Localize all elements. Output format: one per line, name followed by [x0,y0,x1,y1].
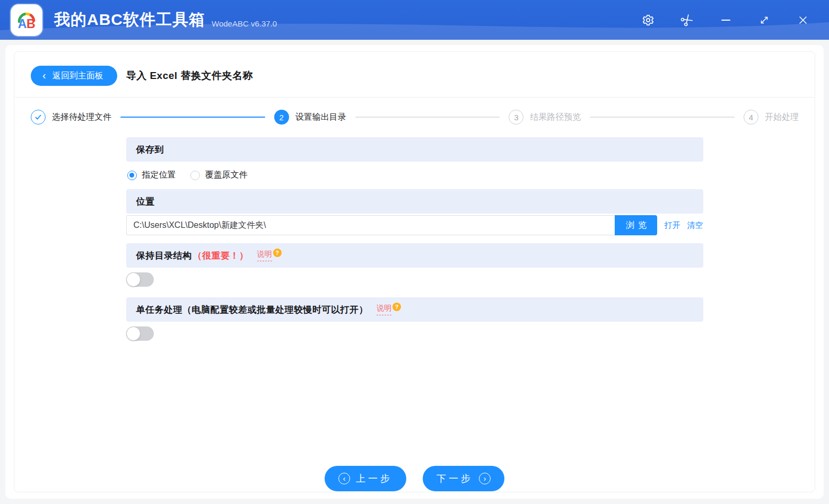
location-title: 位置 [136,196,155,208]
clear-path-link[interactable]: 清空 [687,220,703,231]
main-card: ‹ 返回到主面板 导入 Excel 替换文件夹名称 选择待处理文件 2 设置输出… [5,45,824,499]
step-connector-done [120,117,265,118]
svg-text:A: A [18,17,27,31]
app-title: 我的ABC软件工具箱 [54,9,205,31]
app-logo: A B [11,4,42,36]
step-2-label: 设置输出目录 [295,112,346,123]
keep-structure-section-header: 保持目录结构 （很重要！） 说明 ? [126,243,703,268]
question-mark-icon: ? [392,303,401,311]
minimize-icon[interactable] [719,13,732,27]
wizard-steps: 选择待处理文件 2 设置输出目录 3 结果路径预览 4 开始处理 [14,98,815,137]
step-2-number: 2 [274,110,289,125]
radio-unselected-icon [190,171,200,180]
settings-form: 保存到 指定位置 覆盖原文件 位置 浏览 打开 [126,137,703,351]
circle-chevron-right-icon: › [479,473,491,484]
save-to-section-header: 保存到 [126,137,703,162]
single-task-toggle-row [126,322,703,351]
back-to-dashboard-button[interactable]: ‹ 返回到主面板 [31,66,117,86]
panel-header: ‹ 返回到主面板 导入 Excel 替换文件夹名称 [14,52,815,98]
next-step-label: 下一步 [437,472,473,485]
step-1-select-files: 选择待处理文件 [31,110,111,125]
svg-text:B: B [27,17,36,31]
single-task-title: 单任务处理（电脑配置较差或批量处理较慢时可以打开） [136,304,369,316]
single-task-help-link[interactable]: 说明 ? [377,304,401,315]
step-3-number: 3 [509,110,523,125]
keep-structure-toggle-row [126,268,703,297]
step-4-label: 开始处理 [765,112,799,123]
toggle-knob [126,326,141,341]
question-mark-icon: ? [273,249,282,257]
app-version: WodeABC v6.37.0 [212,19,277,28]
toggle-knob [126,272,141,287]
close-icon[interactable] [796,13,810,27]
maximize-icon[interactable] [757,13,771,27]
scissors-icon[interactable] [680,13,694,27]
radio-selected-icon [127,171,137,180]
step-connector [355,117,500,118]
open-folder-link[interactable]: 打开 [665,220,680,231]
step-connector [590,117,735,118]
single-task-toggle[interactable] [126,326,154,341]
next-step-button[interactable]: 下一步 › [423,466,504,491]
help-label: 说明 [257,250,272,261]
output-path-input[interactable] [126,215,615,235]
step-4-start-processing: 4 开始处理 [744,110,799,125]
single-task-section-header: 单任务处理（电脑配置较差或批量处理较慢时可以打开） 说明 ? [126,297,703,322]
settings-icon[interactable] [641,13,655,27]
save-to-title: 保存到 [136,144,164,156]
titlebar: A B 我的ABC软件工具箱 WodeABC v6.37.0 [0,0,829,40]
step-3-result-preview: 3 结果路径预览 [509,110,581,125]
location-path-row: 浏览 打开 清空 [126,215,703,235]
radio-overwrite-original[interactable]: 覆盖原文件 [190,170,248,181]
step-1-label: 选择待处理文件 [52,112,111,123]
help-label: 说明 [377,304,391,315]
content-panel: ‹ 返回到主面板 导入 Excel 替换文件夹名称 选择待处理文件 2 设置输出… [14,51,815,492]
radio-overwrite-label: 覆盖原文件 [205,170,248,181]
keep-structure-warning: （很重要！） [193,250,249,262]
save-to-options: 指定位置 覆盖原文件 [126,162,703,189]
app-logo-icon: A B [14,8,39,32]
keep-structure-title: 保持目录结构 [136,250,192,262]
step-2-output-dir: 2 设置输出目录 [274,110,346,125]
back-button-label: 返回到主面板 [53,70,103,82]
chevron-left-icon: ‹ [42,70,46,81]
page-title: 导入 Excel 替换文件夹名称 [126,69,253,83]
location-section-header: 位置 [126,189,703,214]
wizard-nav: ‹ 上一步 下一步 › [14,466,815,491]
step-1-check-icon [31,110,46,125]
circle-chevron-left-icon: ‹ [338,473,350,484]
radio-specified-location[interactable]: 指定位置 [127,170,176,181]
previous-step-label: 上一步 [356,472,392,485]
keep-structure-help-link[interactable]: 说明 ? [257,250,282,261]
step-4-number: 4 [744,110,758,125]
previous-step-button[interactable]: ‹ 上一步 [325,466,406,491]
browse-button[interactable]: 浏览 [615,215,657,235]
step-3-label: 结果路径预览 [530,112,581,123]
radio-specified-label: 指定位置 [142,170,176,181]
keep-structure-toggle[interactable] [126,272,154,287]
